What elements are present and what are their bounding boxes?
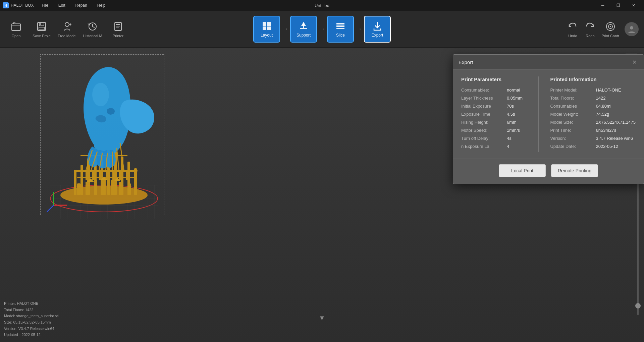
window-title: Untitled — [315, 3, 329, 8]
toolbar: Open Save Proje F — [0, 11, 644, 48]
dialog-close-button[interactable]: ✕ — [630, 58, 638, 66]
step-support-label: Support — [297, 33, 311, 38]
export-icon — [372, 21, 383, 32]
minimize-button[interactable]: ─ — [595, 0, 610, 11]
step-slice[interactable]: Slice — [327, 16, 354, 43]
step-export[interactable]: Export — [364, 16, 391, 43]
tool-printer-label: Printer — [113, 34, 123, 38]
viewport-down-arrow: ▼ — [319, 314, 325, 322]
param-row-exp-layer: n Exposure La 4 — [461, 144, 527, 149]
param-value-consumables: normal — [507, 88, 520, 93]
remote-printing-button[interactable]: Remote Printing — [551, 164, 598, 177]
dialog-divider — [538, 76, 539, 152]
dialog-body: Print Parameters Consumables: normal Lay… — [453, 70, 644, 159]
tool-free-model-label: Free Model — [58, 34, 76, 38]
tool-historical[interactable]: Historical M — [80, 14, 105, 44]
step-export-label: Export — [372, 33, 383, 38]
arrow-3: → — [356, 25, 362, 33]
step-buttons: Layout → Support → S — [253, 16, 391, 43]
param-label-motor: Motor Speed: — [461, 128, 505, 133]
menu-file[interactable]: File — [40, 2, 50, 9]
svg-rect-13 — [263, 26, 266, 30]
menu-help[interactable]: Help — [95, 2, 108, 9]
svg-rect-38 — [134, 168, 137, 195]
undo-label: Undo — [568, 34, 577, 38]
support-icon — [298, 21, 309, 32]
step-support[interactable]: Support — [290, 16, 317, 43]
param-label-rising: Rising Height: — [461, 120, 505, 125]
status-printer: Printer: HALOT-ONE — [4, 300, 59, 307]
svg-rect-11 — [263, 22, 266, 26]
svg-rect-20 — [336, 28, 344, 29]
step-layout[interactable]: Layout — [253, 16, 280, 43]
info-label-version: Version: — [550, 136, 594, 141]
printer-icon — [112, 20, 124, 33]
param-row-consumables: Consumables: normal — [461, 88, 527, 93]
tool-save[interactable]: Save Proje — [30, 14, 54, 44]
tool-free-model[interactable]: Free Model — [55, 14, 79, 44]
info-label-weight: Model Weight: — [550, 112, 594, 117]
info-value-weight: 74.52g — [596, 112, 609, 117]
menu-edit[interactable]: Edit — [56, 2, 67, 9]
svg-rect-52 — [111, 180, 114, 195]
status-version: Version: V3.4.7 Release win64 — [4, 326, 59, 332]
slider-thumb[interactable] — [635, 303, 641, 308]
status-bar: Printer: HALOT-ONE Total Floors: 1422 Mo… — [4, 300, 59, 338]
local-print-button[interactable]: Local Print — [499, 164, 546, 177]
redo-icon — [584, 20, 596, 33]
svg-rect-3 — [39, 27, 44, 30]
print-control-button[interactable]: Print Contr — [601, 20, 619, 38]
open-icon — [10, 20, 22, 33]
info-label-floors: Total Floors: — [550, 96, 594, 101]
tool-save-label: Save Proje — [33, 34, 51, 38]
tool-printer[interactable]: Printer — [106, 14, 130, 44]
3d-model — [34, 51, 174, 225]
info-value-size: 2X76.5224X71.1475 — [596, 120, 636, 125]
info-value-floors: 1422 — [596, 96, 605, 101]
param-row-exp-time: Exposure Time 4.5s — [461, 112, 527, 117]
svg-point-60 — [107, 108, 115, 115]
free-model-icon — [61, 20, 73, 33]
user-avatar[interactable] — [625, 22, 639, 36]
app-icon: H — [3, 2, 9, 8]
svg-rect-51 — [102, 179, 106, 195]
dialog-title: Export — [459, 59, 473, 65]
param-label-consumables: Consumables: — [461, 88, 505, 93]
param-label-initial-exp: Initial Exposure — [461, 104, 505, 109]
viewport[interactable]: ▲ ▼ Printer: HALOT-ONE Total Floors: 142… — [0, 48, 644, 342]
svg-point-25 — [630, 26, 633, 30]
info-row-print-time: Print Time: 6h53m27s — [550, 128, 636, 133]
svg-point-24 — [610, 26, 611, 27]
menu-repair[interactable]: Repair — [73, 2, 89, 9]
svg-rect-54 — [127, 183, 131, 195]
info-value-consumables: 64.80ml — [596, 104, 611, 109]
param-value-layer: 0.05mm — [507, 96, 523, 101]
svg-point-59 — [92, 83, 109, 106]
tool-open[interactable]: Open — [4, 14, 28, 44]
print-control-icon — [604, 20, 616, 33]
info-value-version: 3.4.7 Release win6 — [596, 136, 633, 141]
svg-rect-42 — [92, 170, 94, 180]
svg-rect-50 — [94, 180, 97, 195]
restore-button[interactable]: ❐ — [610, 0, 626, 11]
svg-line-66 — [117, 148, 119, 172]
close-button[interactable]: ✕ — [626, 0, 641, 11]
window-controls: ─ ❐ ✕ — [595, 0, 641, 11]
status-model: Model: strange_teeth_superior.stl — [4, 313, 59, 319]
param-label-exp-layer: n Exposure La — [461, 144, 505, 149]
param-value-initial-exp: 70s — [507, 104, 514, 109]
historical-icon — [87, 20, 99, 33]
toolbar-left: Open Save Proje F — [0, 11, 134, 47]
layout-icon — [261, 21, 272, 32]
svg-rect-29 — [80, 165, 83, 195]
step-slice-label: Slice — [336, 33, 345, 38]
info-row-update-date: Update Date: 2022-05-12 — [550, 144, 636, 149]
arrow-1: → — [282, 25, 288, 33]
undo-button[interactable]: Undo — [567, 20, 579, 38]
svg-rect-53 — [119, 182, 122, 195]
param-value-exp-layer: 4 — [507, 144, 509, 149]
info-row-size: Model Size: 2X76.5224X71.1475 — [550, 120, 636, 125]
info-row-floors: Total Floors: 1422 — [550, 96, 636, 101]
redo-button[interactable]: Redo — [584, 20, 596, 38]
svg-rect-7 — [115, 22, 121, 31]
